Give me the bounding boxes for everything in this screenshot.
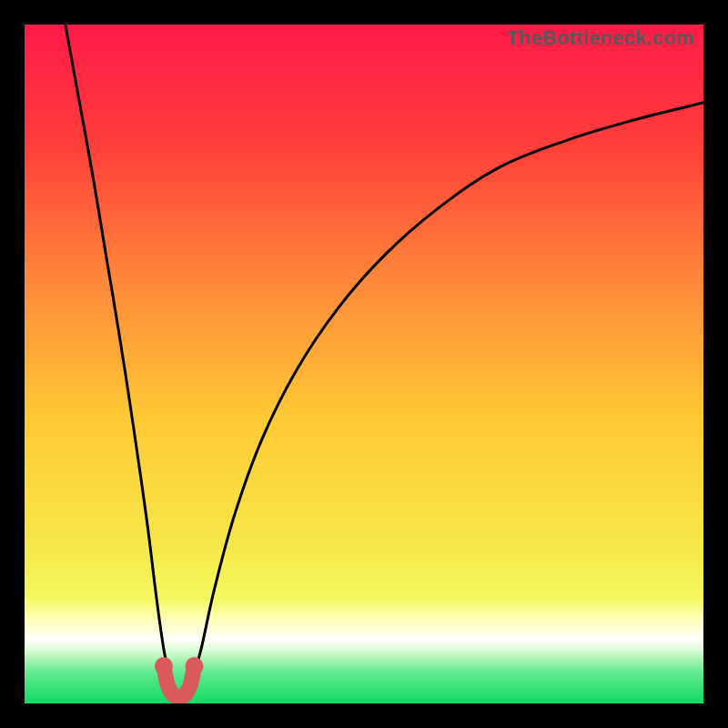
chart-plot-area: TheBottleneck.com [25, 25, 703, 703]
trough-end-dot [186, 657, 204, 675]
trough-end-dot [155, 657, 173, 675]
watermark-text: TheBottleneck.com [507, 26, 694, 50]
chart-frame: TheBottleneck.com [0, 0, 728, 728]
gradient-background [25, 25, 703, 703]
chart-svg [25, 25, 703, 703]
